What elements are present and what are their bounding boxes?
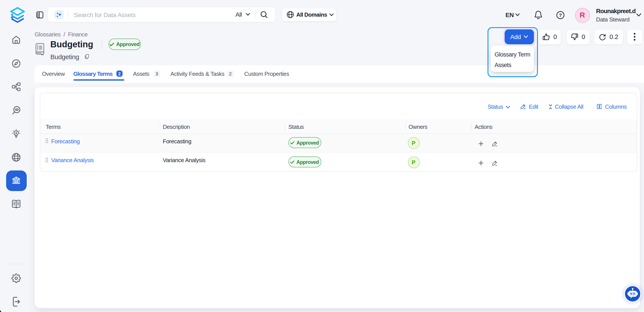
svg-text:?: ? — [559, 12, 562, 18]
